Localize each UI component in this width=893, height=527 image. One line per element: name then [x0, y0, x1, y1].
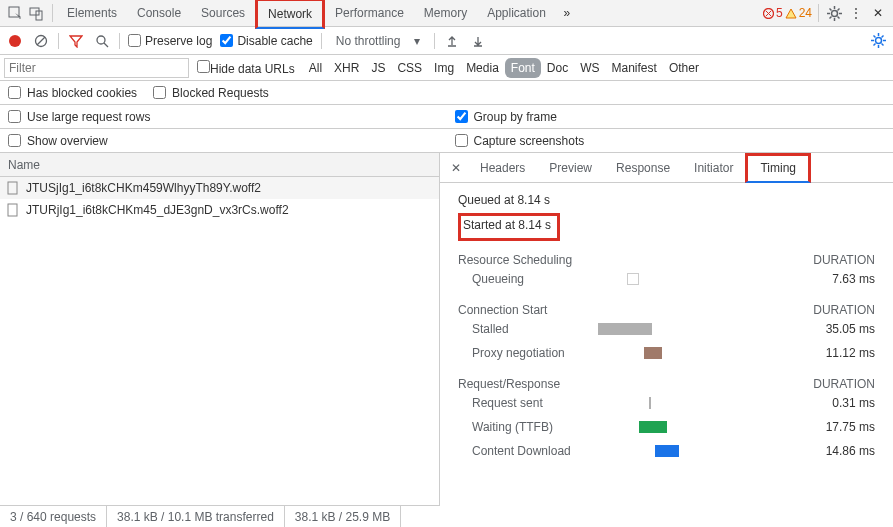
preserve-log-checkbox[interactable] [128, 34, 141, 47]
clear-icon[interactable] [32, 32, 50, 50]
section-connection: Connection StartDURATION [458, 303, 875, 317]
hide-data-urls-checkbox[interactable] [197, 60, 210, 73]
status-bar: 3 / 640 requests 38.1 kB / 10.1 MB trans… [0, 505, 440, 527]
group-frame[interactable]: Group by frame [455, 110, 557, 124]
svg-line-26 [881, 44, 883, 46]
disable-cache[interactable]: Disable cache [220, 34, 312, 48]
section-title: Connection Start [458, 303, 547, 317]
type-xhr[interactable]: XHR [328, 58, 365, 78]
disable-cache-checkbox[interactable] [220, 34, 233, 47]
download-icon[interactable] [469, 32, 487, 50]
type-other[interactable]: Other [663, 58, 705, 78]
tab-network[interactable]: Network [255, 0, 325, 29]
blocked-row: Has blocked cookies Blocked Requests [0, 81, 893, 105]
blocked-requests[interactable]: Blocked Requests [153, 86, 269, 100]
timing-bar [644, 347, 662, 359]
warning-badge[interactable]: 24 [785, 6, 812, 20]
large-rows[interactable]: Use large request rows [8, 110, 150, 124]
table-row[interactable]: JTUSjIg1_i6t8kCHKm459WlhyyTh89Y.woff2 [0, 177, 439, 199]
section-scheduling: Resource SchedulingDURATION [458, 253, 875, 267]
dtab-headers[interactable]: Headers [468, 153, 537, 183]
timing-bar [649, 397, 651, 409]
svg-rect-29 [8, 182, 17, 194]
timing-stalled: Stalled35.05 ms [458, 317, 875, 341]
gear-icon[interactable] [823, 2, 845, 24]
group-frame-checkbox[interactable] [455, 110, 468, 123]
timing-proxy: Proxy negotiation11.12 ms [458, 341, 875, 365]
svg-line-14 [829, 16, 831, 18]
tab-performance[interactable]: Performance [325, 0, 414, 26]
preserve-log[interactable]: Preserve log [128, 34, 212, 48]
status-requests: 3 / 640 requests [0, 506, 107, 527]
svg-point-15 [9, 35, 21, 47]
filter-input[interactable] [4, 58, 189, 78]
type-all[interactable]: All [303, 58, 328, 78]
timing-label: Proxy negotiation [472, 346, 565, 360]
type-font[interactable]: Font [505, 58, 541, 78]
blocked-cookies[interactable]: Has blocked cookies [8, 86, 137, 100]
table-row[interactable]: JTURjIg1_i6t8kCHKm45_dJE3gnD_vx3rCs.woff… [0, 199, 439, 221]
record-icon[interactable] [6, 32, 24, 50]
search-icon[interactable] [93, 32, 111, 50]
status-transferred: 38.1 kB / 10.1 MB transferred [107, 506, 285, 527]
dtab-response[interactable]: Response [604, 153, 682, 183]
type-manifest[interactable]: Manifest [606, 58, 663, 78]
settings-gear-icon[interactable] [869, 32, 887, 50]
close-details-icon[interactable]: ✕ [444, 161, 468, 175]
more-tabs-icon[interactable]: » [556, 2, 578, 24]
timing-label: Stalled [472, 322, 509, 336]
dtab-preview[interactable]: Preview [537, 153, 604, 183]
timing-label: Request sent [472, 396, 543, 410]
type-css[interactable]: CSS [391, 58, 428, 78]
show-overview[interactable]: Show overview [8, 134, 108, 148]
capture-screenshots-checkbox[interactable] [455, 134, 468, 147]
type-js[interactable]: JS [365, 58, 391, 78]
duration-header: DURATION [813, 253, 875, 267]
large-rows-checkbox[interactable] [8, 110, 21, 123]
separator [58, 33, 59, 49]
capture-screenshots[interactable]: Capture screenshots [455, 134, 585, 148]
error-badge[interactable]: 5 [763, 6, 783, 20]
large-rows-label: Use large request rows [27, 110, 150, 124]
svg-line-13 [837, 8, 839, 10]
queued-at: Queued at 8.14 s [458, 193, 875, 207]
hide-data-urls[interactable]: Hide data URLs [197, 60, 295, 76]
tab-memory[interactable]: Memory [414, 0, 477, 26]
blocked-requests-checkbox[interactable] [153, 86, 166, 99]
chevron-down-icon: ▾ [414, 34, 420, 48]
tab-sources[interactable]: Sources [191, 0, 255, 26]
inspect-icon[interactable] [4, 2, 26, 24]
type-ws[interactable]: WS [574, 58, 605, 78]
blocked-cookies-checkbox[interactable] [8, 86, 21, 99]
dtab-initiator[interactable]: Initiator [682, 153, 745, 183]
svg-line-12 [837, 16, 839, 18]
timing-bar [627, 273, 639, 285]
svg-point-20 [875, 38, 881, 44]
details-panel: ✕ Headers Preview Response Initiator Tim… [440, 153, 893, 505]
request-name: JTUSjIg1_i6t8kCHKm459WlhyyTh89Y.woff2 [26, 181, 261, 195]
timing-bar [598, 323, 652, 335]
preserve-log-label: Preserve log [145, 34, 212, 48]
tab-elements[interactable]: Elements [57, 0, 127, 26]
type-media[interactable]: Media [460, 58, 505, 78]
kebab-icon[interactable]: ⋮ [845, 2, 867, 24]
device-icon[interactable] [26, 2, 48, 24]
type-doc[interactable]: Doc [541, 58, 574, 78]
type-img[interactable]: Img [428, 58, 460, 78]
blocked-cookies-label: Has blocked cookies [27, 86, 137, 100]
disable-cache-label: Disable cache [237, 34, 312, 48]
close-icon[interactable]: ✕ [867, 2, 889, 24]
filter-icon[interactable] [67, 32, 85, 50]
separator [434, 33, 435, 49]
timing-bar [655, 445, 679, 457]
duration-header: DURATION [813, 377, 875, 391]
dtab-timing[interactable]: Timing [745, 153, 811, 183]
timing-value: 17.75 ms [826, 420, 875, 434]
column-header-name[interactable]: Name [0, 153, 439, 177]
tab-application[interactable]: Application [477, 0, 556, 26]
timing-label: Waiting (TTFB) [472, 420, 553, 434]
upload-icon[interactable] [443, 32, 461, 50]
throttling-select[interactable]: No throttling▾ [330, 32, 427, 50]
show-overview-checkbox[interactable] [8, 134, 21, 147]
tab-console[interactable]: Console [127, 0, 191, 26]
